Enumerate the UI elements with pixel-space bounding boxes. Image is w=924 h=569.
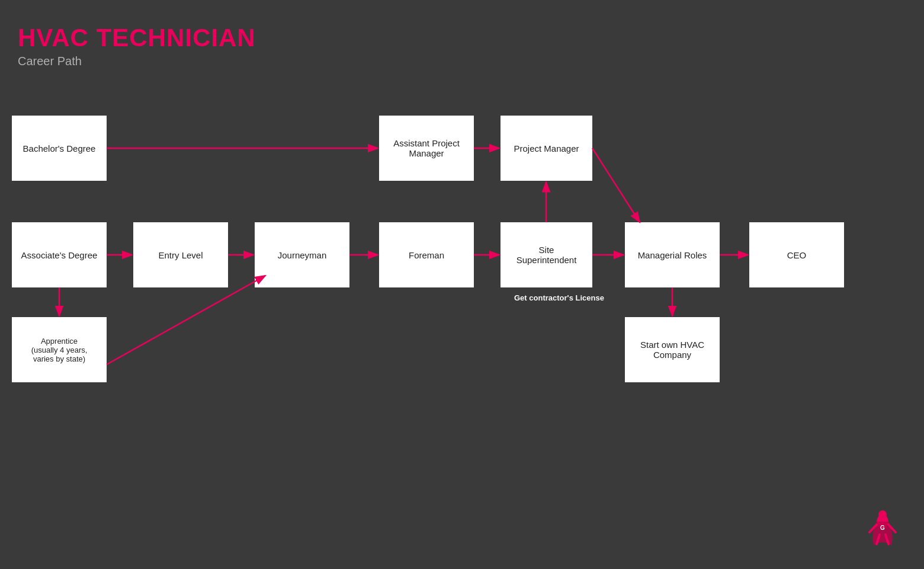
node-foreman: Foreman	[379, 222, 474, 287]
node-managerial: Managerial Roles	[625, 222, 720, 287]
node-entrylevel: Entry Level	[133, 222, 228, 287]
node-proj-mgr: Project Manager	[500, 116, 592, 181]
superhero-icon: G	[865, 510, 900, 551]
svg-point-16	[878, 510, 887, 519]
title-section: HVAC TECHNICIAN Career Path	[18, 24, 256, 68]
node-asst-pm: Assistant ProjectManager	[379, 116, 474, 181]
node-site-super: SiteSuperintendent	[500, 222, 592, 287]
subtitle: Career Path	[18, 55, 256, 68]
svg-line-13	[592, 148, 640, 222]
node-associates: Associate's Degree	[12, 222, 107, 287]
svg-text:G: G	[880, 525, 885, 531]
node-journeyman: Journeyman	[255, 222, 349, 287]
node-ceo: CEO	[749, 222, 844, 287]
node-own-company: Start own HVACCompany	[625, 317, 720, 382]
node-apprentice: Apprentice(usually 4 years,varies by sta…	[12, 317, 107, 382]
contractor-license-label: Get contractor's License	[514, 293, 604, 302]
svg-line-12	[107, 276, 265, 365]
node-bachelors: Bachelor's Degree	[12, 116, 107, 181]
main-title: HVAC TECHNICIAN	[18, 24, 256, 52]
